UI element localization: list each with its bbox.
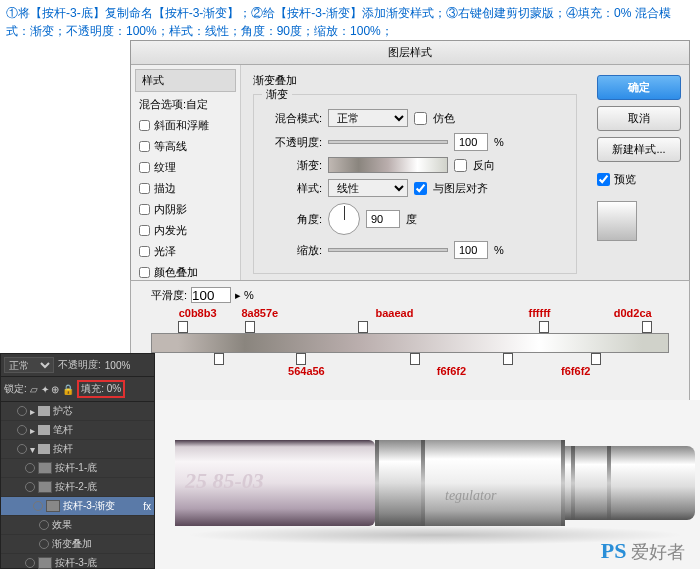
ring-1 [375, 440, 379, 526]
layer-name: 按杆-2-底 [55, 480, 97, 494]
scale-input[interactable] [454, 241, 488, 259]
pen-text-serial: 25 85-03 [185, 468, 264, 494]
layer-thumb-icon [46, 500, 60, 512]
fx-badge[interactable]: fx [143, 501, 151, 512]
layer-thumb-icon [38, 462, 52, 474]
visibility-icon[interactable] [17, 425, 27, 435]
styles-header[interactable]: 样式 [135, 69, 236, 92]
visibility-icon[interactable] [25, 463, 35, 473]
pen-text-brand: tegulator [445, 488, 496, 504]
layer-item[interactable]: ▸笔杆 [1, 421, 154, 440]
cancel-button[interactable]: 取消 [597, 106, 681, 131]
folder-icon [38, 425, 50, 435]
style-select[interactable]: 线性 [328, 179, 408, 197]
angle-dial[interactable] [328, 203, 360, 235]
gradient-stop-top[interactable] [642, 321, 652, 333]
visibility-icon[interactable] [39, 520, 49, 530]
instruction-text: ①将【按杆-3-底】复制命名【按杆-3-渐变】；②给【按杆-3-渐变】添加渐变样… [0, 0, 700, 44]
layer-opacity-label: 不透明度: [58, 358, 101, 372]
style-item[interactable]: 内发光 [135, 220, 236, 241]
visibility-icon[interactable] [33, 501, 43, 511]
layer-item[interactable]: ▾按杆 [1, 440, 154, 459]
preview-label: 预览 [614, 172, 636, 187]
chevron-right-icon[interactable]: ▸ [30, 406, 35, 417]
angle-input[interactable] [366, 210, 400, 228]
layer-thumb-icon [38, 557, 52, 569]
layer-thumb-icon [38, 481, 52, 493]
gradient-stop-bottom[interactable] [296, 353, 306, 365]
gradient-stop-top[interactable] [358, 321, 368, 333]
style-item[interactable]: 等高线 [135, 136, 236, 157]
reverse-label: 反向 [473, 158, 495, 173]
layer-name: 按杆-3-渐变 [63, 499, 115, 513]
ring-5 [607, 446, 611, 520]
blend-mode-select[interactable]: 正常 [328, 109, 408, 127]
layer-item[interactable]: 渐变叠加 [1, 535, 154, 554]
opacity-label: 不透明度: [262, 135, 322, 150]
folder-icon [38, 406, 50, 416]
preview-checkbox[interactable] [597, 173, 610, 186]
new-style-button[interactable]: 新建样式... [597, 137, 681, 162]
watermark-text: 爱好者 [627, 542, 686, 562]
scale-slider[interactable] [328, 248, 448, 252]
layer-name: 护芯 [53, 404, 73, 418]
gradient-stop-bottom[interactable] [214, 353, 224, 365]
ring-2 [421, 440, 425, 526]
angle-unit: 度 [406, 212, 417, 227]
gradient-stop-bottom[interactable] [591, 353, 601, 365]
opacity-slider[interactable] [328, 140, 448, 144]
style-label: 样式: [262, 181, 322, 196]
style-item[interactable]: 斜面和浮雕 [135, 115, 236, 136]
layer-item[interactable]: ▸护芯 [1, 402, 154, 421]
smoothness-input[interactable] [191, 287, 231, 303]
chevron-right-icon[interactable]: ▸ [30, 425, 35, 436]
fill-label: 填充: [81, 383, 104, 394]
dialog-title: 图层样式 [131, 41, 689, 65]
pen-segment-4 [565, 446, 695, 520]
style-item[interactable]: 光泽 [135, 241, 236, 262]
button-column: 确定 取消 新建样式... 预览 [589, 65, 689, 287]
layer-item[interactable]: 按杆-3-渐变fx [1, 497, 154, 516]
gradient-preview[interactable] [328, 157, 448, 173]
chevron-down-icon[interactable]: ▾ [30, 444, 35, 455]
ok-button[interactable]: 确定 [597, 75, 681, 100]
style-item[interactable]: 描边 [135, 178, 236, 199]
visibility-icon[interactable] [17, 406, 27, 416]
color-label: 8a857e [241, 307, 278, 319]
blend-options[interactable]: 混合选项:自定 [135, 94, 236, 115]
layer-item[interactable]: 按杆-1-底 [1, 459, 154, 478]
align-checkbox[interactable] [414, 182, 427, 195]
style-item[interactable]: 纹理 [135, 157, 236, 178]
fill-value[interactable]: 0% [107, 383, 121, 394]
layer-name: 渐变叠加 [52, 537, 92, 551]
gradient-stop-top[interactable] [245, 321, 255, 333]
ring-3 [561, 440, 565, 526]
gradient-stop-bottom[interactable] [410, 353, 420, 365]
color-label: f6f6f2 [437, 365, 466, 377]
visibility-icon[interactable] [25, 482, 35, 492]
gradient-stop-bottom[interactable] [503, 353, 513, 365]
layer-name: 效果 [52, 518, 72, 532]
layer-item[interactable]: 按杆-2-底 [1, 478, 154, 497]
layer-mode-select[interactable]: 正常 [4, 357, 54, 373]
layers-panel: 正常 不透明度: 100% 锁定: ▱ ✦ ⊕ 🔒 填充: 0% ▸护芯▸笔杆▾… [0, 353, 155, 569]
reverse-checkbox[interactable] [454, 159, 467, 172]
layer-opacity-value[interactable]: 100% [105, 360, 131, 371]
group-label: 渐变 [262, 87, 292, 102]
visibility-icon[interactable] [25, 558, 35, 568]
opacity-input[interactable] [454, 133, 488, 151]
gradient-stop-top[interactable] [539, 321, 549, 333]
layer-name: 按杆-1-底 [55, 461, 97, 475]
gradient-label: 渐变: [262, 158, 322, 173]
visibility-icon[interactable] [39, 539, 49, 549]
gradient-bar[interactable] [151, 333, 669, 353]
lock-icons[interactable]: ▱ ✦ ⊕ 🔒 [30, 384, 74, 395]
gradient-stop-top[interactable] [178, 321, 188, 333]
layer-item[interactable]: 效果 [1, 516, 154, 535]
lock-label: 锁定: [4, 382, 27, 396]
section-title: 渐变叠加 [253, 73, 577, 88]
dither-checkbox[interactable] [414, 112, 427, 125]
style-item[interactable]: 内阴影 [135, 199, 236, 220]
layer-item[interactable]: 按杆-3-底 [1, 554, 154, 569]
visibility-icon[interactable] [17, 444, 27, 454]
